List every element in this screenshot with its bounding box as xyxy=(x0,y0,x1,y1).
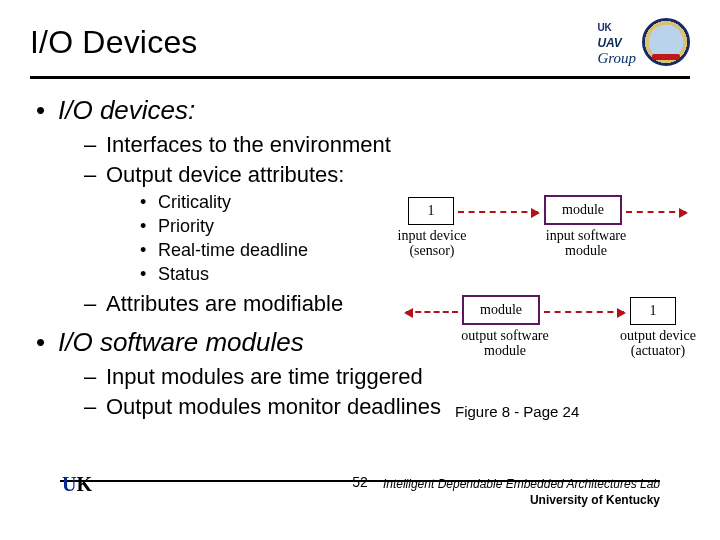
slide: I/O Devices UK UAV Group I/O devices: In… xyxy=(0,0,720,540)
group-text: Group xyxy=(597,50,636,66)
uav-text: UAV xyxy=(597,36,621,50)
header: I/O Devices UK UAV Group xyxy=(30,18,690,66)
text: Attributes are modifiable xyxy=(106,291,343,316)
text: Input modules are time triggered xyxy=(106,364,423,389)
arrow-in-bottom xyxy=(406,311,458,313)
text: module xyxy=(480,302,522,318)
output-device-box: 1 xyxy=(630,297,676,325)
arrow-input-to-module xyxy=(458,211,538,213)
text: I/O software modules xyxy=(58,327,304,357)
text: Output device attributes: xyxy=(106,162,344,187)
text: Output modules monitor deadlines xyxy=(106,394,441,419)
output-module-box: module xyxy=(462,295,540,325)
uk-uav-logo: UK UAV Group xyxy=(597,18,636,66)
text: Criticality xyxy=(158,192,231,212)
idea-seal-icon xyxy=(642,18,690,66)
footer-lab: Intelligent Dependable Embedded Architec… xyxy=(383,476,660,508)
input-module-box: module xyxy=(544,195,622,225)
university-name: University of Kentucky xyxy=(383,492,660,508)
lab-name: Intelligent Dependable Embedded Architec… xyxy=(383,476,660,492)
input-module-label: input software module xyxy=(531,228,641,259)
bullet-output-monitor: Output modules monitor deadlines xyxy=(84,394,690,420)
figure-caption: Figure 8 - Page 24 xyxy=(455,403,579,420)
output-device-label: output device (actuator) xyxy=(608,328,708,359)
bullet-interfaces: Interfaces to the environment xyxy=(84,132,690,158)
text: Real-time deadline xyxy=(158,240,308,260)
footer: UK 52 Intelligent Dependable Embedded Ar… xyxy=(0,484,720,530)
output-module-label: output software module xyxy=(445,328,565,359)
text: Interfaces to the environment xyxy=(106,132,391,157)
text: 1 xyxy=(428,203,435,219)
header-logos: UK UAV Group xyxy=(597,18,690,66)
arrow-module-to-output xyxy=(544,311,624,313)
text: I/O devices: xyxy=(58,95,195,125)
arrow-module-out-top xyxy=(626,211,686,213)
figure-diagram: 1 module input device (sensor) input sof… xyxy=(400,195,700,395)
page-title: I/O Devices xyxy=(30,24,198,61)
text: module xyxy=(562,202,604,218)
header-divider xyxy=(30,76,690,79)
text: Priority xyxy=(158,216,214,236)
uk-text: UK xyxy=(597,22,611,33)
input-device-box: 1 xyxy=(408,197,454,225)
input-device-label: input device (sensor) xyxy=(382,228,482,259)
text: Status xyxy=(158,264,209,284)
text: 1 xyxy=(650,303,657,319)
